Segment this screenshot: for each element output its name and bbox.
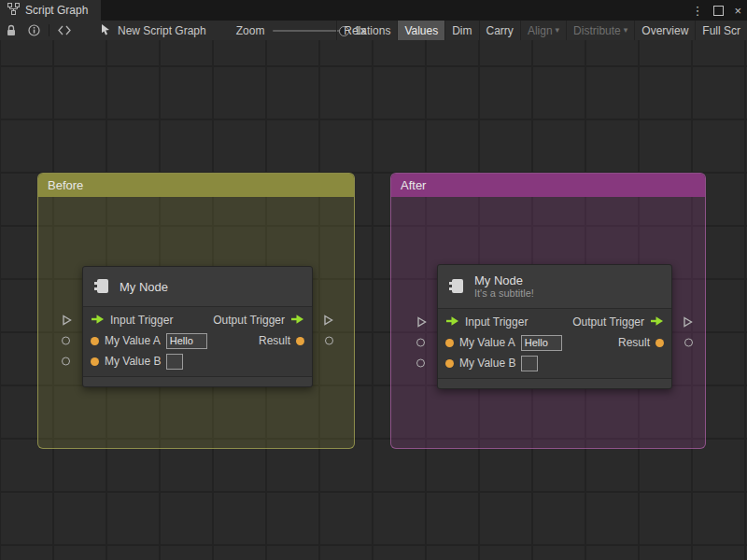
port-row-trigger: Input Trigger Output Trigger [83, 310, 312, 330]
chevron-down-icon: ▾ [624, 26, 628, 35]
node-body: Input Trigger Output Trigger My Value [438, 309, 671, 378]
info-icon[interactable] [22, 21, 45, 40]
node-body: Input Trigger Output Trigger My Value [83, 307, 312, 376]
distribute-dropdown[interactable]: Distribute ▾ [566, 21, 634, 40]
maximize-icon[interactable] [713, 6, 724, 16]
node-footer [438, 378, 671, 388]
flow-arrow-icon[interactable] [650, 315, 664, 329]
circle-port-icon[interactable] [416, 339, 425, 347]
circle-port-icon[interactable] [62, 357, 70, 366]
graph-toolbar: New Script Graph Zoom 1x Relations Value… [0, 21, 747, 41]
value-b-input[interactable] [521, 356, 538, 371]
node-my-node-after[interactable]: My Node It's a subtitle! [437, 264, 672, 389]
zoom-label: Zoom [236, 24, 265, 37]
values-button[interactable]: Values [397, 21, 444, 40]
port-label-result: Result [259, 334, 290, 347]
carry-button[interactable]: Carry [479, 21, 520, 40]
port-label-value-b: My Value B [105, 355, 161, 368]
circle-port-icon[interactable] [416, 359, 425, 368]
lock-icon[interactable] [0, 21, 22, 40]
unit-icon [92, 276, 111, 298]
port-row-value-b: My Value B [83, 351, 312, 371]
chevron-down-icon: ▾ [556, 26, 560, 35]
node-header[interactable]: My Node It's a subtitle! [438, 265, 671, 309]
cursor-icon [100, 23, 111, 38]
align-label: Align [528, 24, 553, 37]
value-dot-icon[interactable] [445, 359, 454, 368]
node-footer [83, 376, 312, 386]
value-dot-icon[interactable] [445, 339, 454, 347]
circle-port-icon[interactable] [325, 337, 333, 345]
tab-title: Script Graph [25, 4, 88, 17]
flow-arrow-icon[interactable] [91, 314, 105, 328]
circle-port-icon[interactable] [684, 339, 693, 347]
triangle-port-icon[interactable] [683, 316, 693, 329]
group-title: After [401, 178, 426, 192]
port-row-value-b: My Value B [438, 353, 671, 373]
graph-name-label: New Script Graph [118, 24, 206, 37]
kebab-menu-icon[interactable]: ⋮ [691, 4, 703, 18]
value-dot-icon[interactable] [91, 357, 99, 366]
flow-arrow-icon[interactable] [290, 314, 304, 328]
node-title: My Node [474, 273, 534, 287]
port-row-value-a: My Value A Result [438, 332, 671, 353]
code-icon[interactable] [53, 21, 76, 40]
relations-button[interactable]: Relations [336, 21, 397, 40]
node-my-node-before[interactable]: My Node Input Trigger [82, 266, 313, 387]
circle-port-icon[interactable] [62, 337, 70, 345]
group-title: Before [48, 178, 83, 192]
dim-button[interactable]: Dim [444, 21, 478, 40]
overview-button[interactable]: Overview [634, 21, 695, 40]
port-label-result: Result [618, 336, 650, 349]
close-icon[interactable]: × [734, 4, 741, 18]
group-header[interactable]: Before [38, 174, 354, 197]
graph-icon [7, 3, 20, 18]
window-controls: ⋮ × [691, 0, 741, 21]
fullscreen-button[interactable]: Full Scr [695, 21, 747, 40]
port-label-output-trigger: Output Trigger [213, 314, 285, 327]
triangle-port-icon[interactable] [62, 315, 72, 327]
align-dropdown[interactable]: Align ▾ [520, 21, 566, 40]
graph-canvas[interactable]: Before After My Node [0, 40, 747, 560]
node-subtitle: It's a subtitle! [474, 287, 534, 300]
group-header[interactable]: After [391, 174, 705, 197]
graph-name[interactable]: New Script Graph [100, 23, 206, 38]
port-label-output-trigger: Output Trigger [572, 315, 644, 329]
value-dot-icon[interactable] [296, 337, 304, 345]
unit-icon [447, 276, 466, 298]
toolbar-buttons: Relations Values Dim Carry Align ▾ Distr… [336, 21, 747, 40]
zoom-slider[interactable] [273, 30, 345, 32]
port-label-input-trigger: Input Trigger [110, 314, 173, 327]
tab-bar: Script Graph ⋮ × [0, 0, 747, 21]
triangle-port-icon[interactable] [416, 316, 427, 329]
value-dot-icon[interactable] [91, 337, 99, 345]
tab-script-graph[interactable]: Script Graph [0, 0, 101, 21]
node-title: My Node [120, 280, 168, 294]
port-label-value-a: My Value A [105, 334, 161, 347]
port-label-input-trigger: Input Trigger [465, 315, 528, 329]
port-label-value-b: My Value B [459, 357, 515, 370]
script-graph-window: Script Graph ⋮ × [0, 0, 747, 560]
value-dot-icon[interactable] [655, 339, 664, 347]
port-label-value-a: My Value A [459, 336, 515, 349]
value-b-input[interactable] [166, 354, 183, 370]
triangle-port-icon[interactable] [323, 315, 333, 327]
port-row-value-a: My Value A Result [83, 330, 312, 351]
flow-arrow-icon[interactable] [445, 315, 459, 329]
distribute-label: Distribute [573, 24, 621, 37]
port-row-trigger: Input Trigger Output Trigger [438, 312, 671, 332]
node-header[interactable]: My Node [83, 267, 312, 307]
toolbar-separator [49, 24, 49, 36]
value-a-input[interactable] [166, 333, 207, 349]
value-a-input[interactable] [521, 335, 562, 351]
